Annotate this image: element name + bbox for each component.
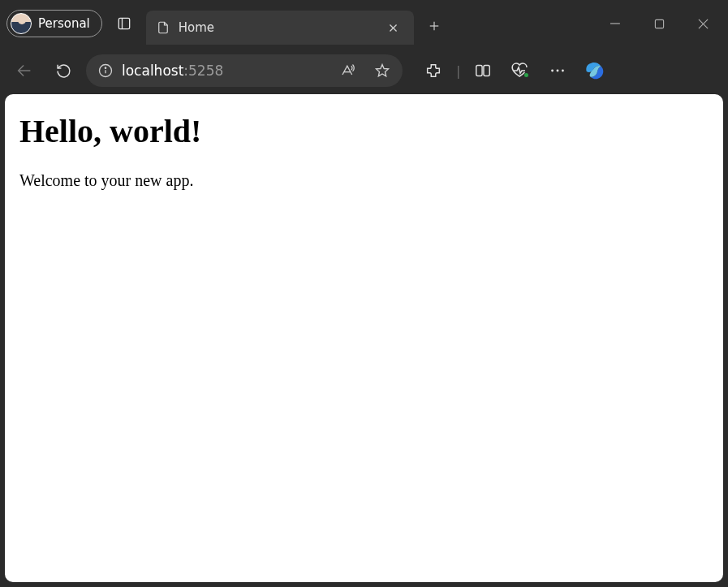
health-button[interactable] [504, 54, 536, 87]
svg-rect-16 [476, 66, 482, 76]
more-icon [549, 62, 566, 80]
heartbeat-icon [510, 61, 530, 80]
url-text: localhost:5258 [122, 63, 325, 79]
svg-point-20 [557, 70, 559, 72]
close-icon [697, 18, 709, 30]
minimize-icon [610, 18, 621, 29]
browser-window: Personal Home [0, 0, 728, 587]
svg-point-19 [552, 70, 554, 72]
toolbar: localhost:5258 [0, 47, 728, 94]
maximize-button[interactable] [640, 8, 678, 39]
split-screen-icon [474, 62, 492, 80]
tab-bar: Personal Home [0, 0, 728, 47]
copilot-button[interactable] [579, 54, 611, 87]
url-port: :5258 [183, 63, 223, 79]
svg-point-21 [562, 70, 564, 72]
split-screen-button[interactable] [467, 54, 499, 87]
svg-rect-0 [118, 18, 129, 28]
toolbar-right: | [417, 54, 611, 87]
site-info-icon[interactable] [97, 63, 114, 79]
tab-title: Home [179, 20, 375, 35]
favorite-button[interactable] [368, 57, 396, 84]
plus-icon [427, 19, 442, 33]
svg-marker-15 [377, 65, 389, 76]
browser-tab[interactable]: Home [146, 11, 414, 45]
avatar [11, 13, 32, 34]
back-icon [15, 62, 33, 80]
refresh-icon [55, 63, 72, 80]
read-aloud-button[interactable] [333, 57, 360, 84]
tab-actions-button[interactable] [109, 8, 140, 39]
page-heading: Hello, world! [19, 112, 709, 150]
refresh-button[interactable] [47, 54, 80, 87]
star-icon [374, 63, 390, 79]
profile-button[interactable]: Personal [6, 10, 102, 37]
svg-rect-7 [655, 19, 663, 28]
window-controls [597, 8, 722, 39]
copilot-icon [583, 58, 607, 83]
minimize-button[interactable] [597, 8, 634, 39]
extensions-icon [424, 62, 442, 80]
extensions-button[interactable] [417, 54, 450, 87]
new-tab-button[interactable] [420, 12, 448, 40]
address-bar[interactable]: localhost:5258 [86, 54, 403, 87]
back-button[interactable] [8, 54, 41, 87]
url-host: localhost [122, 63, 183, 79]
svg-rect-17 [484, 66, 489, 76]
page-viewport[interactable]: Hello, world! Welcome to your new app. [5, 94, 723, 582]
app-menu-button[interactable] [541, 54, 574, 87]
svg-point-13 [105, 67, 106, 68]
content-area: Hello, world! Welcome to your new app. [0, 94, 728, 587]
tab-actions-icon [116, 15, 132, 32]
toolbar-divider: | [454, 63, 462, 79]
page-icon [156, 20, 170, 35]
close-icon [388, 23, 398, 33]
page-body-text: Welcome to your new app. [19, 171, 709, 190]
window-close-button[interactable] [684, 8, 722, 39]
profile-label: Personal [38, 16, 90, 31]
maximize-icon [654, 19, 665, 29]
read-aloud-icon [338, 63, 355, 79]
svg-point-18 [524, 73, 528, 77]
tab-close-button[interactable] [383, 17, 404, 38]
